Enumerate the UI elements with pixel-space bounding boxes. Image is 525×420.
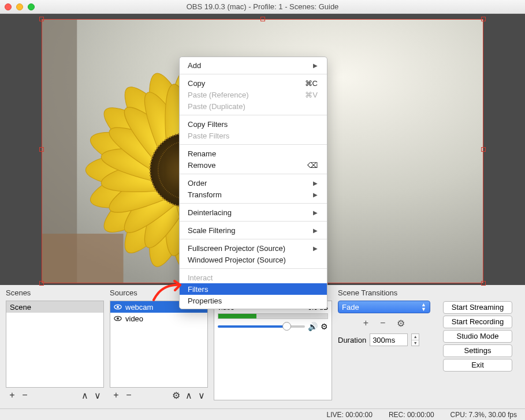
add-scene-button[interactable]: + xyxy=(6,390,18,400)
source-label: video xyxy=(125,314,143,323)
visibility-icon[interactable] xyxy=(114,303,122,311)
settings-button[interactable]: Settings xyxy=(443,344,512,357)
source-label: webcam xyxy=(125,303,153,312)
visibility-icon[interactable] xyxy=(114,314,122,322)
source-settings-button[interactable]: ⚙ xyxy=(170,390,183,400)
mixer-gear-icon[interactable]: ⚙ xyxy=(321,322,328,331)
menu-windowed-projector[interactable]: Windowed Projector (Source) xyxy=(180,254,327,265)
menu-separator xyxy=(180,115,327,115)
submenu-arrow-icon: ▶ xyxy=(313,180,318,186)
controls-column: Start Streaming Start Recording Studio M… xyxy=(436,288,519,400)
menu-properties[interactable]: Properties xyxy=(180,295,327,306)
menu-separator xyxy=(180,144,327,145)
resize-handle[interactable] xyxy=(481,17,486,21)
menu-separator xyxy=(180,74,327,74)
window-title: OBS 19.0.3 (mac) - Profile: 1 - Scenes: … xyxy=(0,2,525,11)
remove-transition-button[interactable]: − xyxy=(380,318,385,329)
duration-label: Duration xyxy=(338,336,366,344)
transition-select[interactable]: Fade ▲▼ xyxy=(338,301,430,313)
duration-input[interactable] xyxy=(370,333,408,346)
menu-separator xyxy=(180,268,327,269)
resize-handle[interactable] xyxy=(39,17,44,21)
audio-meter xyxy=(218,313,328,319)
remove-source-button[interactable]: − xyxy=(122,390,135,400)
resize-handle[interactable] xyxy=(260,17,265,21)
menu-separator xyxy=(180,203,327,204)
add-transition-button[interactable]: + xyxy=(363,318,368,329)
status-live: LIVE: 00:00:00 xyxy=(326,411,372,419)
menu-copy-filters[interactable]: Copy Filters xyxy=(180,118,327,130)
menu-paste-filters: Paste Filters xyxy=(180,130,327,141)
transitions-heading: Scene Transitions xyxy=(338,288,430,297)
start-streaming-button[interactable]: Start Streaming xyxy=(443,301,512,314)
scenes-list[interactable]: Scene xyxy=(6,301,104,388)
select-arrows-icon: ▲▼ xyxy=(421,302,426,312)
svg-rect-2 xyxy=(42,234,124,283)
start-recording-button[interactable]: Start Recording xyxy=(443,316,512,328)
menu-remove[interactable]: Remove⌫ xyxy=(180,159,327,171)
resize-handle[interactable] xyxy=(481,281,486,286)
move-scene-down-button[interactable]: ∨ xyxy=(91,390,104,400)
menu-deinterlacing[interactable]: Deinterlacing▶ xyxy=(180,207,327,218)
menu-interact: Interact xyxy=(180,272,327,283)
menu-separator xyxy=(180,221,327,222)
source-item-video[interactable]: video xyxy=(110,313,207,324)
titlebar: OBS 19.0.3 (mac) - Profile: 1 - Scenes: … xyxy=(0,0,525,14)
status-rec: REC: 00:00:00 xyxy=(389,411,434,419)
sources-list[interactable]: webcam video xyxy=(110,301,208,388)
speaker-icon[interactable]: 🔊 xyxy=(308,322,318,331)
sources-toolbar: + − ⚙ ∧ ∨ xyxy=(110,388,208,400)
remove-scene-button[interactable]: − xyxy=(18,390,31,400)
status-cpu: CPU: 7.3%, 30.00 fps xyxy=(450,411,517,419)
submenu-arrow-icon: ▶ xyxy=(313,227,318,234)
menu-separator xyxy=(180,239,327,239)
menu-paste-duplicate: Paste (Duplicate) xyxy=(180,100,327,112)
move-scene-up-button[interactable]: ∧ xyxy=(79,390,91,400)
menu-copy[interactable]: Copy⌘C xyxy=(180,77,327,89)
menu-transform[interactable]: Transform▶ xyxy=(180,189,327,200)
submenu-arrow-icon: ▶ xyxy=(313,209,318,216)
move-source-up-button[interactable]: ∧ xyxy=(183,390,195,400)
menu-scale-filtering[interactable]: Scale Filtering▶ xyxy=(180,224,327,236)
move-source-down-button[interactable]: ∨ xyxy=(195,390,208,400)
menu-order[interactable]: Order▶ xyxy=(180,177,327,189)
resize-handle[interactable] xyxy=(481,147,486,152)
audio-mixer: video 0.0 dB 🔊 ⚙ xyxy=(214,301,332,400)
svg-point-29 xyxy=(117,317,119,320)
menu-paste-reference: Paste (Reference)⌘V xyxy=(180,89,327,100)
duration-spinner[interactable]: ▲▼ xyxy=(411,333,419,346)
source-context-menu: Add▶ Copy⌘C Paste (Reference)⌘V Paste (D… xyxy=(179,57,327,309)
menu-separator xyxy=(180,174,327,174)
submenu-arrow-icon: ▶ xyxy=(313,245,318,252)
add-source-button[interactable]: + xyxy=(110,390,122,400)
scene-item[interactable]: Scene xyxy=(6,301,103,313)
submenu-arrow-icon: ▶ xyxy=(313,62,318,69)
volume-thumb[interactable] xyxy=(282,322,291,331)
status-bar: LIVE: 00:00:00 REC: 00:00:00 CPU: 7.3%, … xyxy=(0,408,525,420)
transition-settings-button[interactable]: ⚙ xyxy=(397,318,405,329)
menu-filters[interactable]: Filters xyxy=(180,283,327,295)
resize-handle[interactable] xyxy=(39,281,44,286)
submenu-arrow-icon: ▶ xyxy=(313,192,318,198)
menu-rename[interactable]: Rename xyxy=(180,148,327,159)
menu-add[interactable]: Add▶ xyxy=(180,59,327,71)
scenes-heading: Scenes xyxy=(6,288,104,297)
resize-handle[interactable] xyxy=(39,147,44,152)
volume-slider[interactable] xyxy=(218,325,305,328)
menu-fullscreen-projector[interactable]: Fullscreen Projector (Source)▶ xyxy=(180,242,327,254)
exit-button[interactable]: Exit xyxy=(443,359,512,372)
svg-point-27 xyxy=(117,306,119,308)
studio-mode-button[interactable]: Studio Mode xyxy=(443,330,512,343)
scenes-toolbar: + − ∧ ∨ xyxy=(6,388,104,400)
